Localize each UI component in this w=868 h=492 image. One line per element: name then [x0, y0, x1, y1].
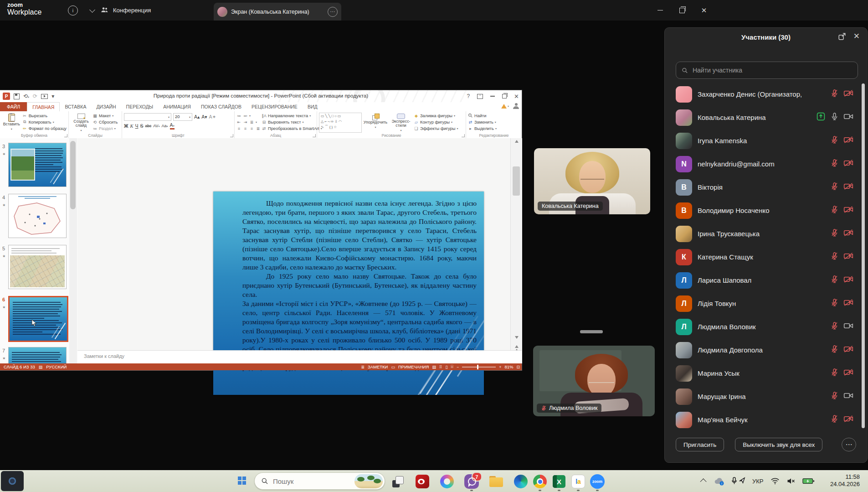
close-panel-icon[interactable]: ✕ [853, 31, 860, 41]
battery-icon[interactable] [802, 477, 815, 485]
muted-mic-icon[interactable] [830, 205, 839, 216]
font-dialog-launcher[interactable] [230, 134, 233, 137]
zoom-in-icon[interactable]: + [499, 365, 501, 369]
slide-thumbnail-3[interactable] [8, 143, 67, 187]
corner-widget[interactable] [1, 471, 24, 491]
paste-button[interactable]: Вставить▾ [2, 113, 21, 133]
camera-off-icon[interactable] [843, 135, 853, 146]
chrome-icon[interactable] [531, 473, 549, 490]
replace-button[interactable]: ⇄Заменить▾ [468, 119, 497, 125]
info-icon[interactable]: i [68, 5, 78, 16]
drawing-dialog-launcher[interactable] [462, 134, 465, 137]
ppt-tab-4[interactable]: ДИЗАЙН [91, 102, 121, 111]
participant-row[interactable]: Ірина Трускавецька [665, 222, 861, 245]
slide-thumbnail-7[interactable] [8, 347, 67, 363]
shrink-font-button[interactable]: A▾ [201, 114, 207, 119]
camera-off-icon[interactable] [843, 414, 853, 425]
customize-qat-icon[interactable]: ▾ [51, 93, 54, 99]
notes-toggle[interactable]: ЗАМЕТКИ [368, 364, 388, 369]
quick-styles-button[interactable]: Экспресс-стили▾ [389, 113, 413, 133]
muted-mic-icon[interactable] [830, 414, 839, 425]
pop-out-icon[interactable] [838, 32, 846, 41]
wifi-icon[interactable] [770, 477, 780, 485]
theme-icon[interactable]: ▤ [39, 365, 43, 369]
tab-more-icon[interactable]: ⋯ [328, 7, 338, 17]
task-view-icon[interactable] [389, 473, 406, 490]
excel-icon[interactable]: X [550, 473, 568, 490]
camera-off-icon[interactable] [843, 182, 853, 192]
participant-row[interactable]: ЛЛюдмила Воловик [665, 315, 861, 338]
taskbar-search[interactable] [254, 472, 385, 490]
taskbar-search-input[interactable] [272, 477, 342, 486]
mic-location-icon[interactable] [732, 477, 745, 485]
language-indicator[interactable]: УКР [752, 478, 764, 485]
muted-mic-icon[interactable] [830, 159, 839, 169]
paragraph-dialog-launcher[interactable] [313, 134, 316, 137]
video-feed-kovalska[interactable]: Ковальська Катерина [534, 148, 650, 214]
thumbnail-scrollbar[interactable] [69, 138, 77, 363]
scroll-down-icon[interactable] [511, 334, 522, 341]
camera-off-icon[interactable] [843, 298, 853, 309]
ribbon-options-icon[interactable]: ⌃ [477, 94, 483, 99]
mute-all-button[interactable]: Выключить звук для всех [735, 438, 822, 451]
onedrive-icon[interactable]: i [713, 476, 725, 486]
participant-row[interactable]: Людмила Довгопола [665, 338, 861, 362]
participant-row[interactable]: Ковальська Катерина [665, 106, 861, 129]
close-button[interactable]: ✕ [696, 0, 712, 21]
zoom-slider[interactable] [462, 367, 496, 368]
ppt-minimize-icon[interactable] [490, 96, 495, 97]
slide-scrollbar[interactable] [510, 138, 522, 363]
ppt-close-icon[interactable]: ✕ [514, 93, 519, 100]
camera-icon[interactable] [843, 391, 853, 402]
volume-muted-icon[interactable] [786, 477, 796, 485]
save-icon[interactable] [14, 93, 20, 99]
grow-font-button[interactable]: A▴ [194, 114, 200, 119]
indent-buttons[interactable]: ⇤⇥≣▾ [236, 119, 261, 125]
help-icon[interactable]: ? [467, 93, 470, 99]
comments-toggle[interactable]: ПРИМЕЧАНИЯ [398, 364, 429, 369]
new-slide-button[interactable]: Создать слайд▾ [71, 113, 92, 133]
camera-off-icon[interactable] [843, 159, 853, 169]
muted-mic-icon[interactable] [830, 182, 839, 192]
ppt-restore-icon[interactable] [502, 94, 507, 98]
change-case-button[interactable]: Aa▾ [162, 124, 168, 128]
undo-icon[interactable]: ⟲▾ [23, 93, 29, 99]
camera-icon[interactable] [843, 321, 853, 332]
chevron-down-icon[interactable] [90, 8, 94, 12]
font-name-select[interactable]: ▾ [124, 113, 171, 121]
arrange-button[interactable]: Упорядочить▾ [363, 113, 388, 133]
taskbar-clock[interactable]: 11:58 24.04.2026 [830, 473, 860, 488]
ppt-tab-8[interactable]: РЕЦЕНЗИРОВАНИЕ [247, 102, 303, 111]
cut-button[interactable]: ✂Вырезать [22, 113, 67, 119]
edge-icon[interactable] [512, 473, 529, 490]
participant-row[interactable]: Мар'яна Бейчук [665, 408, 861, 431]
zoom-level[interactable]: 81% [504, 364, 513, 369]
reset-button[interactable]: ⟲Сбросить [92, 119, 118, 125]
search-highlight-image[interactable] [354, 474, 383, 488]
view-reading-icon[interactable]: ▯ [446, 365, 448, 369]
clipboard-dialog-launcher[interactable] [64, 134, 67, 137]
participant-row[interactable]: ВВолодимир Носаченко [665, 199, 861, 222]
participant-row[interactable]: ККатерина Стащук [665, 245, 861, 269]
shape-effects-button[interactable]: ❏Эффекты фигуры▾ [414, 125, 458, 131]
bullets-button[interactable]: ≔≕▾ [236, 113, 261, 119]
align-buttons[interactable]: ≡≡≡≣ [236, 125, 261, 131]
shapes-gallery[interactable]: ▭╲╲□○▭△⌐¬⇨⇩◠∿⌒{}☆ [319, 113, 362, 133]
find-button[interactable]: Найти [468, 113, 497, 119]
muted-mic-icon[interactable] [830, 135, 839, 146]
redo-icon[interactable]: ⟳ [33, 93, 37, 99]
font-color-button[interactable]: A▾ [170, 123, 175, 129]
participant-row[interactable]: Захарченко Денис (Организатор, я) [665, 83, 861, 106]
italic-button[interactable]: К [130, 124, 134, 129]
more-options-button[interactable]: ⋯ [842, 438, 856, 451]
zoom-app-icon[interactable]: zoom [589, 473, 606, 490]
zoom-out-icon[interactable]: − [457, 365, 459, 369]
ppt-tab-3[interactable]: ВСТАВКА [60, 102, 91, 111]
format-painter-button[interactable]: ✏Формат по образцу [22, 125, 67, 131]
muted-mic-icon[interactable] [830, 345, 839, 355]
smartart-button[interactable]: ⇄Преобразовать в SmartArt▾ [262, 125, 322, 131]
invite-button[interactable]: Пригласить [676, 438, 724, 451]
muted-mic-icon[interactable] [830, 252, 839, 262]
participant-search[interactable] [676, 62, 858, 79]
align-text-button[interactable]: ⊟Выровнять текст▾ [262, 119, 322, 125]
